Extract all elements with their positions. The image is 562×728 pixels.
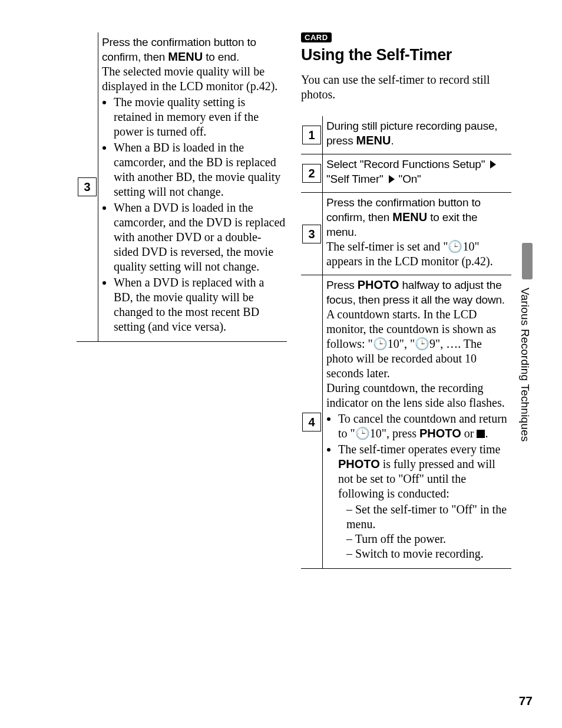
paragraph: A countdown starts. In the LCD monitor, … (326, 307, 510, 381)
timer-icon: 🕒 (355, 427, 370, 440)
text: The self-timer operates every time (338, 443, 500, 456)
right-step-2: 2 Select "Record Functions Setup" "Self … (301, 154, 511, 193)
timer-icon: 🕒 (373, 337, 388, 350)
step-bullets: The movie quality setting is retained in… (102, 95, 286, 334)
right-column: CARD Using the Self-Timer You can use th… (301, 32, 533, 569)
text: . (391, 134, 394, 147)
text: Select (326, 158, 360, 170)
step-number: 4 (302, 413, 321, 431)
page: 3 Press the confirmation button to confi… (0, 0, 562, 728)
bullet-item: The self-timer operates every time PHOTO… (338, 442, 510, 561)
timer-icon: 🕒 (415, 337, 429, 350)
right-step-1: 1 During still picture recording pause, … (301, 116, 511, 154)
menu-label: MENU (356, 134, 391, 147)
stop-icon (477, 430, 485, 438)
photo-label: PHOTO (358, 278, 399, 291)
text: The self-timer is set and " (326, 240, 448, 253)
text: . (485, 427, 488, 440)
menu-label: MENU (392, 210, 427, 223)
text: 10", press (370, 427, 419, 440)
step-number: 3 (78, 177, 97, 196)
step-body: Press PHOTO halfway to adjust the focus,… (322, 275, 511, 568)
dash-item: Set the self-timer to "Off" in the menu. (346, 502, 510, 532)
step-number-box: 2 (301, 154, 322, 192)
step-number-box: 3 (301, 193, 322, 275)
step-body: During still picture recording pause, pr… (322, 116, 511, 154)
step-body: Press the confirmation button to confirm… (98, 32, 287, 341)
photo-label: PHOTO (419, 427, 461, 440)
bullet-item: The movie quality setting is retained in… (114, 95, 286, 139)
text: or (461, 427, 477, 440)
bullet-item: When a DVD is replaced with a BD, the mo… (114, 275, 286, 334)
left-column: 3 Press the confirmation button to confi… (77, 32, 287, 569)
left-step-3: 3 Press the confirmation button to confi… (77, 32, 287, 342)
section-title: Using the Self-Timer (301, 46, 511, 64)
photo-label: PHOTO (338, 457, 380, 470)
step-number-box: 1 (301, 116, 322, 154)
step-number: 3 (302, 225, 321, 243)
step-body: Press the confirmation button to confirm… (322, 193, 511, 275)
bullet-list: To cancel the countdown and return to "🕒… (326, 411, 510, 561)
dash-item: Switch to movie recording. (346, 546, 510, 561)
text: 10", " (388, 337, 415, 350)
text: During still picture recording pause, pr… (326, 120, 497, 147)
step-body: Select "Record Functions Setup" "Self Ti… (322, 154, 511, 192)
step-number: 1 (302, 126, 321, 144)
dash-item: Turn off the power. (346, 532, 510, 546)
step-number-box: 3 (77, 32, 98, 341)
right-step-4: 4 Press PHOTO halfway to adjust the focu… (301, 275, 511, 569)
step-head-b: to end. (203, 51, 239, 63)
quoted: "Self Timer" (326, 173, 384, 185)
timer-icon: 🕒 (448, 240, 462, 253)
step-number-box: 4 (301, 275, 322, 568)
step-detail: The selected movie quality will be displ… (102, 64, 286, 94)
menu-label: MENU (168, 50, 203, 63)
page-number: 77 (519, 694, 533, 708)
arrow-icon (490, 160, 496, 169)
chapter-side-tab: Various Recording Techniques (518, 243, 536, 443)
arrow-icon (389, 175, 395, 183)
step-number: 2 (302, 164, 321, 183)
bullet-item: To cancel the countdown and return to "🕒… (338, 411, 510, 441)
paragraph: During countdown, the recording indicato… (326, 381, 510, 410)
tab-label: Various Recording Techniques (518, 288, 531, 442)
right-step-3: 3 Press the confirmation button to confi… (301, 193, 511, 275)
bullet-item: When a DVD is loaded in the camcorder, a… (114, 200, 286, 274)
quoted: "On" (399, 173, 421, 185)
text: Press (326, 279, 358, 291)
bullet-item: When a BD is loaded in the camcorder, an… (114, 140, 286, 199)
quoted: "Record Functions Setup" (360, 158, 485, 170)
two-column-layout: 3 Press the confirmation button to confi… (77, 32, 533, 569)
step-detail: The self-timer is set and "🕒10" appears … (326, 239, 510, 269)
card-badge: CARD (301, 32, 332, 42)
tab-marker (522, 243, 533, 279)
dash-list: Set the self-timer to "Off" in the menu.… (338, 502, 510, 561)
section-intro: You can use the self-timer to record sti… (301, 73, 511, 102)
